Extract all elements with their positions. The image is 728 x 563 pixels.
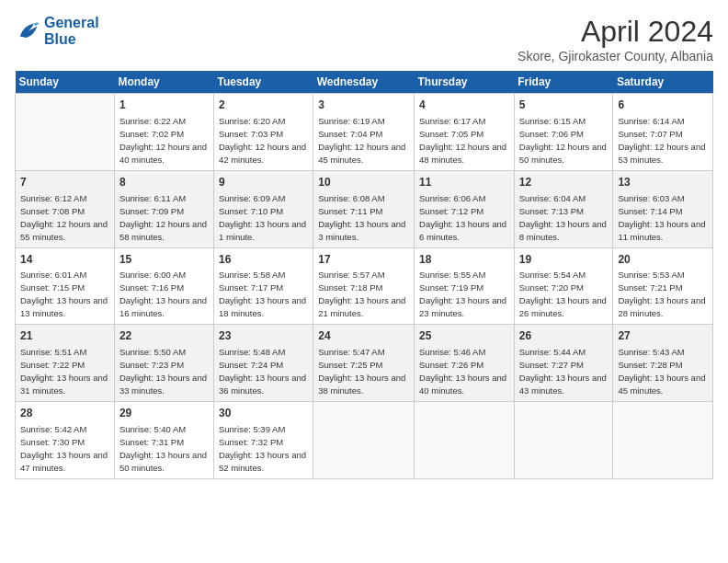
calendar-cell: 16Sunrise: 5:58 AMSunset: 7:17 PMDayligh…	[213, 247, 313, 325]
day-number: 14	[20, 252, 109, 268]
day-info: Sunrise: 5:40 AMSunset: 7:31 PMDaylight:…	[119, 424, 207, 473]
day-number: 27	[618, 328, 708, 344]
calendar-cell: 27Sunrise: 5:43 AMSunset: 7:28 PMDayligh…	[613, 325, 713, 402]
day-info: Sunrise: 5:54 AMSunset: 7:20 PMDaylight:…	[519, 270, 607, 318]
calendar-table: SundayMondayTuesdayWednesdayThursdayFrid…	[15, 71, 713, 479]
calendar-cell: 5Sunrise: 6:15 AMSunset: 7:06 PMDaylight…	[514, 94, 613, 171]
calendar-cell: 24Sunrise: 5:47 AMSunset: 7:25 PMDayligh…	[313, 325, 415, 402]
day-number: 5	[519, 98, 609, 113]
day-number: 15	[119, 252, 209, 268]
day-info: Sunrise: 5:42 AMSunset: 7:30 PMDaylight:…	[20, 424, 108, 473]
header-tuesday: Tuesday	[213, 71, 313, 94]
header-thursday: Thursday	[415, 71, 515, 94]
day-number: 6	[618, 98, 708, 113]
logo: General Blue	[15, 15, 99, 47]
week-row-2: 14Sunrise: 6:01 AMSunset: 7:15 PMDayligh…	[16, 247, 713, 325]
calendar-cell: 1Sunrise: 6:22 AMSunset: 7:02 PMDaylight…	[114, 94, 213, 171]
calendar-cell: 4Sunrise: 6:17 AMSunset: 7:05 PMDaylight…	[415, 94, 515, 171]
calendar-cell	[313, 402, 415, 479]
day-info: Sunrise: 5:57 AMSunset: 7:18 PMDaylight:…	[318, 270, 405, 318]
calendar-cell: 9Sunrise: 6:09 AMSunset: 7:10 PMDaylight…	[213, 170, 313, 247]
calendar-cell	[16, 94, 115, 171]
page-header: General Blue April 2024 Skore, Gjirokast…	[15, 15, 713, 63]
day-info: Sunrise: 6:15 AMSunset: 7:06 PMDaylight:…	[519, 116, 607, 165]
calendar-cell: 19Sunrise: 5:54 AMSunset: 7:20 PMDayligh…	[514, 247, 613, 325]
day-info: Sunrise: 6:14 AMSunset: 7:07 PMDaylight:…	[618, 116, 705, 165]
calendar-cell: 26Sunrise: 5:44 AMSunset: 7:27 PMDayligh…	[514, 325, 613, 402]
calendar-cell: 13Sunrise: 6:03 AMSunset: 7:14 PMDayligh…	[613, 170, 713, 247]
day-number: 2	[219, 98, 308, 113]
day-number: 25	[419, 328, 509, 344]
day-info: Sunrise: 6:22 AMSunset: 7:02 PMDaylight:…	[119, 116, 207, 165]
calendar-cell: 15Sunrise: 6:00 AMSunset: 7:16 PMDayligh…	[114, 247, 213, 325]
day-info: Sunrise: 5:48 AMSunset: 7:24 PMDaylight:…	[219, 347, 306, 396]
day-number: 7	[20, 175, 109, 190]
day-number: 21	[20, 328, 109, 344]
calendar-cell: 11Sunrise: 6:06 AMSunset: 7:12 PMDayligh…	[415, 170, 515, 247]
calendar-cell: 6Sunrise: 6:14 AMSunset: 7:07 PMDaylight…	[613, 94, 713, 171]
day-info: Sunrise: 5:51 AMSunset: 7:22 PMDaylight:…	[20, 347, 108, 396]
day-number: 20	[618, 252, 708, 268]
header-sunday: Sunday	[16, 71, 115, 94]
day-info: Sunrise: 6:20 AMSunset: 7:03 PMDaylight:…	[219, 116, 306, 165]
day-info: Sunrise: 6:06 AMSunset: 7:12 PMDaylight:…	[419, 193, 506, 242]
calendar-cell: 7Sunrise: 6:12 AMSunset: 7:08 PMDaylight…	[16, 170, 115, 247]
day-info: Sunrise: 5:44 AMSunset: 7:27 PMDaylight:…	[519, 347, 607, 396]
calendar-cell: 3Sunrise: 6:19 AMSunset: 7:04 PMDaylight…	[313, 94, 415, 171]
day-info: Sunrise: 6:04 AMSunset: 7:13 PMDaylight:…	[519, 193, 607, 242]
calendar-cell: 14Sunrise: 6:01 AMSunset: 7:15 PMDayligh…	[16, 247, 115, 325]
day-number: 12	[519, 175, 609, 190]
day-number: 3	[318, 98, 409, 113]
calendar-cell: 29Sunrise: 5:40 AMSunset: 7:31 PMDayligh…	[114, 402, 213, 479]
calendar-cell: 22Sunrise: 5:50 AMSunset: 7:23 PMDayligh…	[114, 325, 213, 402]
day-number: 29	[119, 406, 209, 421]
day-info: Sunrise: 6:11 AMSunset: 7:09 PMDaylight:…	[119, 193, 207, 242]
header-wednesday: Wednesday	[313, 71, 415, 94]
day-number: 10	[318, 175, 409, 190]
calendar-cell: 8Sunrise: 6:11 AMSunset: 7:09 PMDaylight…	[114, 170, 213, 247]
week-row-1: 7Sunrise: 6:12 AMSunset: 7:08 PMDaylight…	[16, 170, 713, 247]
header-monday: Monday	[114, 71, 213, 94]
day-number: 4	[419, 98, 509, 113]
day-number: 13	[618, 175, 708, 190]
day-number: 30	[219, 406, 308, 421]
title-block: April 2024 Skore, Gjirokaster County, Al…	[518, 15, 713, 63]
day-number: 11	[419, 175, 509, 190]
day-info: Sunrise: 6:09 AMSunset: 7:10 PMDaylight:…	[219, 193, 306, 242]
logo-icon	[15, 18, 40, 44]
day-number: 22	[119, 328, 209, 344]
calendar-cell	[415, 402, 515, 479]
calendar-cell: 25Sunrise: 5:46 AMSunset: 7:26 PMDayligh…	[415, 325, 515, 402]
header-friday: Friday	[514, 71, 613, 94]
month-title: April 2024	[518, 15, 713, 49]
calendar-cell: 21Sunrise: 5:51 AMSunset: 7:22 PMDayligh…	[16, 325, 115, 402]
day-info: Sunrise: 6:01 AMSunset: 7:15 PMDaylight:…	[20, 270, 108, 318]
location-subtitle: Skore, Gjirokaster County, Albania	[518, 49, 713, 63]
calendar-header-row: SundayMondayTuesdayWednesdayThursdayFrid…	[16, 71, 713, 94]
day-number: 1	[119, 98, 209, 113]
calendar-cell: 12Sunrise: 6:04 AMSunset: 7:13 PMDayligh…	[514, 170, 613, 247]
calendar-cell: 30Sunrise: 5:39 AMSunset: 7:32 PMDayligh…	[213, 402, 313, 479]
calendar-cell: 20Sunrise: 5:53 AMSunset: 7:21 PMDayligh…	[613, 247, 713, 325]
day-info: Sunrise: 6:03 AMSunset: 7:14 PMDaylight:…	[618, 193, 705, 242]
calendar-cell: 23Sunrise: 5:48 AMSunset: 7:24 PMDayligh…	[213, 325, 313, 402]
calendar-cell: 18Sunrise: 5:55 AMSunset: 7:19 PMDayligh…	[415, 247, 515, 325]
calendar-cell	[613, 402, 713, 479]
day-info: Sunrise: 5:58 AMSunset: 7:17 PMDaylight:…	[219, 270, 306, 318]
day-info: Sunrise: 5:53 AMSunset: 7:21 PMDaylight:…	[618, 270, 705, 318]
week-row-3: 21Sunrise: 5:51 AMSunset: 7:22 PMDayligh…	[16, 325, 713, 402]
calendar-cell: 2Sunrise: 6:20 AMSunset: 7:03 PMDaylight…	[213, 94, 313, 171]
day-number: 26	[519, 328, 609, 344]
calendar-cell: 10Sunrise: 6:08 AMSunset: 7:11 PMDayligh…	[313, 170, 415, 247]
day-number: 18	[419, 252, 509, 268]
day-info: Sunrise: 6:17 AMSunset: 7:05 PMDaylight:…	[419, 116, 506, 165]
day-number: 19	[519, 252, 609, 268]
week-row-0: 1Sunrise: 6:22 AMSunset: 7:02 PMDaylight…	[16, 94, 713, 171]
day-info: Sunrise: 5:55 AMSunset: 7:19 PMDaylight:…	[419, 270, 506, 318]
day-info: Sunrise: 6:19 AMSunset: 7:04 PMDaylight:…	[318, 116, 405, 165]
day-info: Sunrise: 5:50 AMSunset: 7:23 PMDaylight:…	[119, 347, 207, 396]
day-info: Sunrise: 5:47 AMSunset: 7:25 PMDaylight:…	[318, 347, 405, 396]
week-row-4: 28Sunrise: 5:42 AMSunset: 7:30 PMDayligh…	[16, 402, 713, 479]
day-info: Sunrise: 5:46 AMSunset: 7:26 PMDaylight:…	[419, 347, 506, 396]
day-number: 17	[318, 252, 409, 268]
